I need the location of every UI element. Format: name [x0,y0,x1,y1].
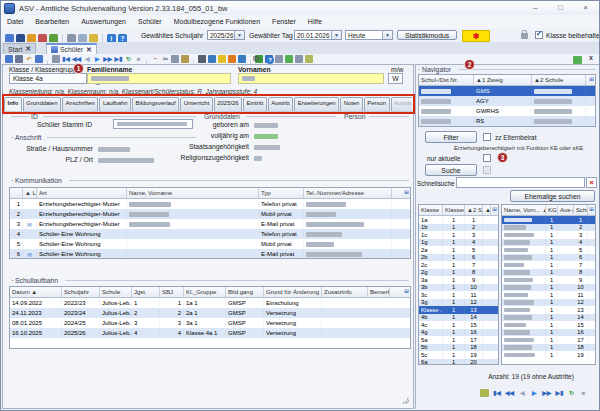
new-record-icon[interactable] [5,55,13,63]
column-header-aus[interactable]: Aus-/... [558,205,574,215]
maximize-button[interactable]: □ [552,2,569,13]
column-header-schule[interactable]: Schule [100,287,132,297]
column-header-sch[interactable]: Schü... [574,205,588,215]
alert-icon[interactable] [228,55,236,63]
table-row[interactable]: 4Schüler-Eine WohnungTelefon privat [10,229,410,239]
table-row[interactable]: 16.10.20252025/26Julius-Leb...44Klasse 4… [10,328,410,338]
table-row[interactable]: 4g116 [419,329,498,337]
table-row[interactable]: 6✉Schüler-Eine WohnungE-Mail privat [10,249,410,259]
suche-button[interactable]: Suche [425,164,477,176]
table-row[interactable]: 3c111 [419,291,498,299]
tab-erweiterungen[interactable]: Erweiterungen [294,97,339,111]
column-header-bemerkung[interactable]: Bemerkung [368,287,390,297]
familienname-field[interactable] [87,73,231,84]
table-row[interactable]: 6a120 [419,359,498,366]
group-sync-icon[interactable] [285,55,293,63]
tab-bildungsverlauf[interactable]: Bildungsverlauf [132,97,179,111]
table-row[interactable]: 112 [502,299,595,307]
table-row[interactable]: 117 [502,336,595,344]
preview-icon[interactable] [208,55,216,63]
table-row[interactable]: 3a19 [419,276,498,284]
klasse-field[interactable]: Klasse 4a [9,73,87,84]
column-config-icon[interactable]: ⊞ [403,287,410,297]
menu-auswertungen[interactable]: Auswertungen [75,18,132,25]
copy-icon[interactable] [171,55,179,63]
monitor2-icon[interactable] [295,55,303,63]
column-header-schuljahr[interactable]: Schuljahr [62,287,100,297]
column-header-typ[interactable]: Typ [259,188,304,198]
table-row[interactable]: 18 [502,269,595,277]
table-row[interactable]: 3✉Erziehungsberechtigter-MutterE-Mail pr… [10,219,410,229]
table-row[interactable]: 16 [502,254,595,262]
table-row[interactable]: 116 [502,329,595,337]
suche-option-checkbox[interactable] [483,166,491,174]
table-row[interactable]: 114 [502,314,595,322]
table-row[interactable]: 5b118 [419,344,498,352]
table-row[interactable]: 113 [502,306,595,314]
tab-laufbahn[interactable]: Laufbahn [99,97,131,111]
column-header-sbj[interactable]: SBJ [160,287,184,297]
heute-select[interactable]: Heute ▼ [345,30,393,40]
tab-start[interactable]: Start ✕ [3,43,36,54]
tab-anschriften[interactable]: Anschriften [62,97,98,111]
undo-icon[interactable]: ↶ [25,55,33,63]
tab-austritt[interactable]: Austritt [268,97,293,111]
table-row[interactable]: 2b16 [419,254,498,262]
klasse-beibehalten-checkbox[interactable] [535,31,543,39]
menu-sch-ler[interactable]: Schüler [132,18,168,25]
filter-button[interactable]: Filter [425,131,477,143]
chevron-down-icon[interactable]: ▼ [331,31,341,39]
refresh-view-icon[interactable] [573,56,582,64]
column-header-tel-nummer-adresse[interactable]: Tel.-Nummer/Adresse [304,188,392,198]
column-config-icon[interactable]: ⊞ [588,205,595,215]
table-row[interactable]: 2c17 [419,261,498,269]
nur-aktuelle-checkbox[interactable] [483,154,491,162]
table-row[interactable]: 5a117 [419,336,498,344]
table-row[interactable]: 12 [502,224,595,232]
prev-record-icon[interactable]: ◀ [518,389,526,397]
table-icon[interactable] [480,389,489,397]
table-row[interactable]: 4b114 [419,314,498,322]
vornamen-field[interactable] [238,73,384,84]
first-record-icon[interactable]: ▮◀ [62,55,70,63]
close-panel-icon[interactable]: x [589,54,593,61]
table-row[interactable]: 5Schüler-Eine WohnungMobil privat [10,239,410,249]
table-row[interactable]: 14.09.20222022/23Julius-Leb...111a 1GMSP… [10,298,410,308]
column-header-blank[interactable] [10,188,23,198]
menu-datei[interactable]: Datei [1,18,29,25]
column-header-schul-dst-nr[interactable]: Schul-/Dst.Nr. [419,75,474,85]
table-row[interactable]: AGY [419,96,595,106]
column-header-2-s[interactable]: ▲2 S... [465,205,483,215]
table-row[interactable]: 2a15 [419,246,498,254]
column-header-link[interactable]: ▲ Link [23,188,37,198]
fast-next-icon[interactable]: ▶▶ [542,389,551,397]
column-config-icon[interactable]: ⊞ [588,75,595,85]
hint-icon[interactable] [218,55,226,63]
table-row[interactable]: Klasse ...113 [419,306,498,314]
table-row[interactable]: 14 [502,239,595,247]
table-row[interactable]: 13 [502,231,595,239]
column-header-art[interactable]: Art [37,188,127,198]
close-button[interactable]: × [577,2,594,13]
table-row[interactable]: 2Erziehungsberechtigter-MutterMobil priv… [10,209,410,219]
column-header-datum[interactable]: Datum ▲ [10,287,62,297]
fast-prev-icon[interactable]: ◀◀ [505,389,514,397]
save-icon[interactable] [15,55,23,63]
column-header-2-schule[interactable]: ▲2 Schule [532,75,586,85]
table-row[interactable]: 19 [502,276,595,284]
table-row[interactable]: 1Erziehungsberechtigter-MutterTelefon pr… [10,199,410,209]
close-icon[interactable]: ✕ [25,45,31,53]
table-row[interactable]: 3b110 [419,284,498,292]
clear-search-icon[interactable]: × [586,177,597,188]
prev-record-icon[interactable]: ◀ [83,55,91,63]
menu-fenster[interactable]: Fenster [266,18,302,25]
statistikmodus-button[interactable]: Statistikmodus [397,30,457,40]
table-row[interactable]: 08.01.20252024/25Julius-Leb...333a 1GMSP… [10,318,410,328]
close-icon[interactable]: ✕ [86,46,92,54]
cut-icon[interactable]: ✂ [161,55,169,63]
refresh-icon[interactable]: ↻ [124,55,132,63]
table-row[interactable]: 111 [502,291,595,299]
table-row[interactable]: GWRHS [419,106,595,116]
table-row[interactable]: 110 [502,284,595,292]
refresh-icon[interactable]: ↻ [567,389,575,397]
